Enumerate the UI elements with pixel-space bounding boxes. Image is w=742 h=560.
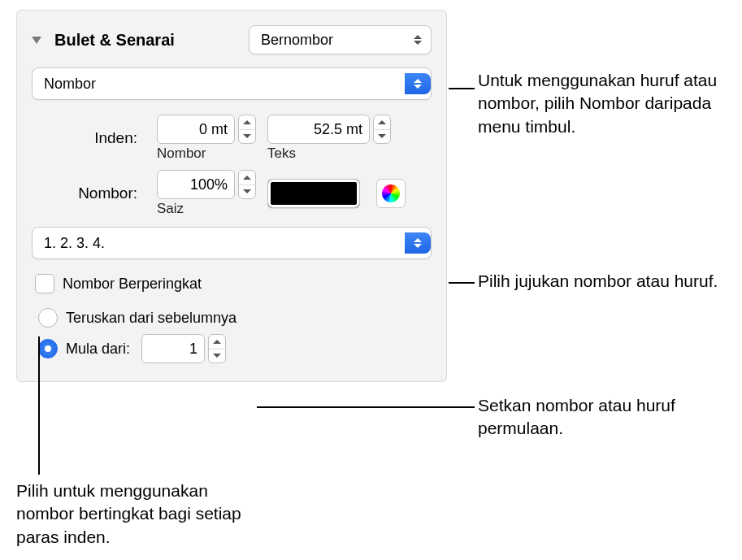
number-color-well[interactable] xyxy=(267,179,360,208)
callout-line xyxy=(449,88,475,89)
stepper-buttons[interactable] xyxy=(238,115,256,144)
stepper-down-icon[interactable] xyxy=(239,185,255,199)
indent-text-input[interactable] xyxy=(267,115,370,144)
callout-line xyxy=(38,336,40,475)
continue-radio[interactable] xyxy=(38,308,58,328)
stepper-buttons[interactable] xyxy=(208,334,226,363)
start-from-radio[interactable] xyxy=(38,339,58,358)
callout-line xyxy=(257,406,475,408)
start-from-row: Mula dari: xyxy=(38,334,432,363)
continue-label: Teruskan dari sebelumnya xyxy=(66,310,236,327)
tiered-numbers-label: Nombor Berperingkat xyxy=(63,276,202,293)
indent-number-input[interactable] xyxy=(157,115,235,144)
callout-start: Setkan nombor atau huruf permulaan. xyxy=(478,394,730,441)
panel-title: Bulet & Senarai xyxy=(54,31,175,50)
sequence-value: 1. 2. 3. 4. xyxy=(44,235,105,252)
number-label: Nombor: xyxy=(32,184,145,202)
popup-arrows-icon xyxy=(412,35,423,45)
stepper-up-icon[interactable] xyxy=(374,115,390,130)
stepper-up-icon[interactable] xyxy=(209,335,225,349)
stepper-buttons[interactable] xyxy=(238,170,256,199)
indent-label: Inden: xyxy=(32,129,145,147)
indent-text-stepper[interactable] xyxy=(267,115,391,144)
number-type-value: Nombor xyxy=(44,76,96,93)
number-size-input[interactable] xyxy=(157,170,235,199)
tiered-numbers-checkbox[interactable] xyxy=(35,274,54,293)
stepper-down-icon[interactable] xyxy=(374,130,390,144)
popup-arrows-icon xyxy=(405,232,431,254)
stepper-down-icon[interactable] xyxy=(209,349,225,363)
callout-tiered: Pilih untuk menggunakan nombor bertingka… xyxy=(16,480,260,549)
callout-sequence: Pilih jujukan nombor atau huruf. xyxy=(478,270,730,293)
callout-line xyxy=(449,282,475,284)
indent-number-sublabel: Nombor xyxy=(157,145,256,162)
indent-row: Inden: Nombor Teks xyxy=(32,115,432,162)
list-style-popup[interactable]: Bernombor xyxy=(249,25,432,54)
indent-text-sublabel: Teks xyxy=(267,145,391,162)
stepper-down-icon[interactable] xyxy=(239,130,255,144)
continue-row: Teruskan dari sebelumnya xyxy=(38,308,432,328)
indent-number-group: Nombor xyxy=(157,115,256,162)
panel-header: Bulet & Senarai Bernombor xyxy=(32,25,432,54)
popup-arrows-icon xyxy=(405,73,431,94)
callout-type: Untuk menggunakan huruf atau nombor, pil… xyxy=(478,69,730,138)
start-from-label: Mula dari: xyxy=(66,341,130,358)
indent-text-group: Teks xyxy=(267,115,391,162)
indent-number-stepper[interactable] xyxy=(157,115,256,144)
number-row: Nombor: Saiz xyxy=(32,170,432,217)
tiered-numbers-row: Nombor Berperingkat xyxy=(35,274,432,293)
color-wheel-icon xyxy=(382,184,400,202)
list-style-value: Bernombor xyxy=(261,32,333,49)
stepper-up-icon[interactable] xyxy=(239,171,255,185)
number-size-group: Saiz xyxy=(157,170,256,217)
number-size-sublabel: Saiz xyxy=(157,201,256,217)
color-picker-button[interactable] xyxy=(376,179,406,208)
stepper-buttons[interactable] xyxy=(373,115,391,144)
number-type-popup[interactable]: Nombor xyxy=(32,67,432,100)
start-from-input[interactable] xyxy=(141,334,205,363)
number-size-stepper[interactable] xyxy=(157,170,256,199)
disclosure-triangle-icon[interactable] xyxy=(32,37,41,44)
stepper-up-icon[interactable] xyxy=(239,115,255,130)
bullets-lists-panel: Bulet & Senarai Bernombor Nombor Inden: … xyxy=(16,10,447,382)
sequence-popup[interactable]: 1. 2. 3. 4. xyxy=(32,227,432,259)
start-from-stepper[interactable] xyxy=(141,334,226,363)
